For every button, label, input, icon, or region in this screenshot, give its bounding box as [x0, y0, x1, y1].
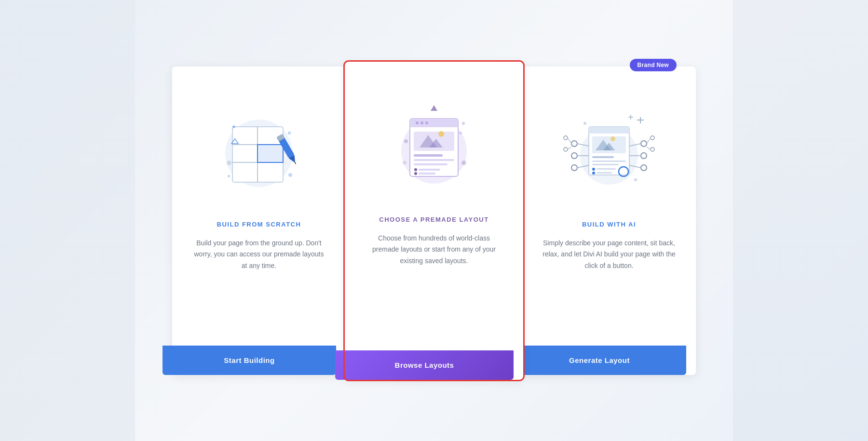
generate-layout-button[interactable]: Generate Layout — [513, 346, 686, 375]
bg-panel-right — [733, 0, 868, 441]
svg-rect-32 — [419, 169, 440, 171]
svg-rect-50 — [592, 160, 626, 162]
svg-rect-51 — [592, 164, 619, 165]
svg-rect-15 — [288, 132, 291, 134]
illustration-premade — [364, 86, 504, 201]
svg-point-56 — [571, 141, 577, 147]
svg-rect-16 — [228, 175, 230, 177]
svg-point-63 — [564, 147, 568, 151]
svg-rect-40 — [461, 121, 465, 125]
svg-point-27 — [438, 131, 444, 137]
illustration-ai — [542, 91, 677, 206]
svg-point-38 — [459, 132, 462, 134]
browse-layouts-button[interactable]: Browse Layouts — [335, 350, 514, 380]
card-ai-description: Simply describe your page content, sit b… — [542, 238, 677, 326]
svg-point-11 — [232, 125, 235, 128]
svg-rect-30 — [414, 163, 448, 165]
svg-point-67 — [641, 153, 647, 159]
svg-point-12 — [288, 173, 292, 177]
svg-point-22 — [420, 121, 423, 124]
card-premade: CHOOSE A PREMADE LAYOUT Choose from hund… — [345, 62, 523, 380]
svg-marker-35 — [431, 105, 437, 111]
svg-rect-5 — [258, 145, 283, 162]
svg-point-58 — [571, 165, 577, 171]
svg-line-75 — [647, 147, 651, 149]
svg-point-33 — [414, 172, 417, 175]
svg-line-65 — [568, 147, 571, 149]
card-premade-title: CHOOSE A PREMADE LAYOUT — [379, 216, 488, 223]
svg-point-52 — [592, 168, 595, 171]
svg-rect-53 — [597, 168, 616, 170]
card-ai-title: BUILD WITH AI — [582, 221, 636, 228]
page-wrapper: BUILD FROM SCRATCH Build your page from … — [0, 0, 868, 441]
svg-point-81 — [583, 122, 586, 125]
svg-point-21 — [416, 121, 419, 124]
svg-line-10 — [295, 161, 296, 163]
svg-rect-44 — [589, 130, 629, 134]
svg-point-36 — [404, 139, 408, 143]
card-scratch-description: Build your page from the ground up. Don'… — [191, 238, 326, 326]
svg-point-72 — [651, 136, 654, 140]
card-premade-description: Choose from hundreds of world-class prem… — [364, 233, 504, 331]
svg-point-23 — [425, 121, 428, 124]
svg-rect-49 — [592, 156, 614, 158]
start-building-button[interactable]: Start Building — [163, 346, 336, 375]
svg-rect-29 — [414, 159, 454, 161]
card-ai: Brand New — [522, 67, 696, 375]
card-scratch-title: BUILD FROM SCRATCH — [217, 221, 301, 228]
svg-rect-34 — [419, 173, 435, 174]
svg-point-66 — [641, 141, 647, 147]
svg-point-62 — [564, 136, 568, 140]
svg-point-54 — [592, 172, 595, 174]
bg-panel-left — [0, 0, 135, 441]
svg-line-74 — [647, 138, 651, 144]
svg-point-68 — [641, 165, 647, 171]
svg-line-64 — [568, 138, 571, 144]
brand-new-badge: Brand New — [630, 59, 677, 71]
svg-point-82 — [634, 178, 637, 181]
cards-container: BUILD FROM SCRATCH Build your page from … — [172, 62, 696, 380]
svg-point-31 — [414, 168, 417, 171]
svg-rect-55 — [597, 172, 612, 174]
svg-point-48 — [610, 136, 615, 141]
svg-point-13 — [227, 160, 231, 165]
card-scratch: BUILD FROM SCRATCH Build your page from … — [172, 67, 346, 375]
svg-rect-28 — [414, 154, 443, 157]
svg-point-37 — [461, 160, 466, 165]
svg-point-57 — [571, 153, 577, 159]
svg-point-73 — [651, 147, 654, 151]
illustration-scratch — [191, 91, 326, 206]
svg-rect-24 — [414, 132, 454, 151]
